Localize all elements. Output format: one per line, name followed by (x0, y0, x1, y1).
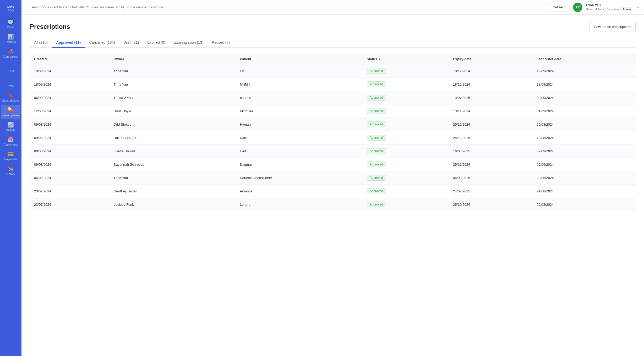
tab-all[interactable]: All (216) (30, 38, 52, 48)
sidebar-item-library[interactable]: 📚Library (1, 163, 20, 178)
avatar: TY (573, 3, 582, 12)
user-role-badge: Admin (621, 7, 632, 11)
col-status[interactable]: Status▼ (363, 54, 449, 64)
cell-expiry: 13/11/2024 (449, 104, 532, 118)
cell-created: 23/07/2024 (30, 185, 110, 198)
cell-expiry: 25/11/2024 (449, 118, 532, 131)
status-badge: Approved (367, 95, 386, 101)
how-to-button[interactable]: How to use prescriptions (590, 22, 636, 31)
table-row[interactable]: 23/07/2024Lucious FunkLenoreApproved25/1… (30, 198, 636, 211)
cell-expiry: 18/12/2024 (449, 78, 532, 91)
cell-patient: MiiiMiii (236, 78, 362, 91)
cell-last_order: 12/08/2024 (532, 131, 636, 144)
cell-last_order: 19/09/2024 (532, 64, 636, 78)
status-badge: Approved (367, 68, 386, 74)
sidebar-item-crm[interactable]: 🐾CRM (1, 61, 20, 75)
table-row[interactable]: 19/09/2024Trina YauFifiApproved18/12/202… (30, 64, 636, 78)
cell-expiry: 16/08/2025 (449, 144, 532, 158)
sidebar-item-campaigns[interactable]: 📣Campaigns (1, 46, 20, 61)
cell-created: 09/08/2024 (30, 158, 110, 171)
library-icon: 📚 (7, 166, 14, 171)
tab-approved[interactable]: Approved (11) (52, 38, 85, 48)
sidebar-item-reports[interactable]: 📊Reports (1, 31, 20, 46)
campaigns-icon: 📣 (7, 49, 14, 54)
cell-status: Approved (363, 144, 449, 158)
cell-created: 18/09/2024 (30, 78, 110, 91)
sidebar-item-chats[interactable]: 💬Chats (1, 17, 20, 31)
tab-paused[interactable]: Paused (0) (208, 38, 234, 48)
table-row[interactable]: 23/07/2024Geoffrey BartellAryannaApprove… (30, 185, 636, 198)
cell-created: 09/08/2024 (30, 144, 110, 158)
user-name: Trina Yau (586, 3, 632, 7)
col-last_order: Last order date (532, 54, 636, 64)
cell-status: Approved (363, 131, 449, 144)
col-created: Created (30, 54, 110, 64)
tab-cancelled[interactable]: Cancelled (184) (85, 38, 119, 48)
cell-created: 09/08/2024 (30, 131, 110, 144)
cell-status: Approved (363, 198, 449, 211)
table-row[interactable]: 09/08/2024Ddd StokesHymanApproved25/11/2… (30, 118, 636, 131)
table-row[interactable]: 18/09/2024Trina YauMiiiMiiiApproved18/12… (30, 78, 636, 91)
prescriptions-table: CreatedOwnerPatientStatus▼Expiry dateLas… (30, 54, 636, 211)
table-row[interactable]: 06/09/2024Trinaa 2 YaubaobaoApproved13/0… (30, 91, 636, 104)
cell-status: Approved (363, 171, 449, 185)
sidebar-item-label: Chats (7, 26, 15, 29)
sidebar-item-activity[interactable]: 📈Activity (1, 119, 20, 134)
subscriptions-icon: 🔖 (7, 93, 14, 98)
logo: petsapp (0, 0, 21, 17)
sidebar: petsapp 💬Chats📊Reports📣Campaigns🐾CRM🐾Pet… (0, 0, 21, 356)
cell-expiry: 25/11/2024 (449, 158, 532, 171)
cell-status: Approved (363, 118, 449, 131)
cell-patient: Aryanna (236, 185, 362, 198)
table-row[interactable]: 09/08/2024Dakota HoegerDallinApproved25/… (30, 131, 636, 144)
table-row[interactable]: 06/08/2024Trina YauDarlene OberbrunnerAp… (30, 171, 636, 185)
filter-icon[interactable]: ▼ (378, 58, 381, 61)
content-area: Prescriptions How to use prescriptions A… (21, 15, 644, 356)
cell-patient: Dagmar (236, 158, 362, 171)
status-badge: Approved (367, 188, 386, 194)
cell-expiry: 06/08/2025 (449, 171, 532, 185)
table-row[interactable]: 09/08/2024Lisette HowellEarlApproved16/0… (30, 144, 636, 158)
page-header: Prescriptions How to use prescriptions (30, 22, 636, 31)
table-row[interactable]: 09/08/2024Savannah SchroederDagmarApprov… (30, 158, 636, 171)
tab-expiring-soon[interactable]: Expiring soon (13) (170, 38, 208, 48)
page-title: Prescriptions (30, 23, 70, 30)
cell-created: 06/09/2024 (30, 91, 110, 104)
cell-owner: Trina Yau (110, 64, 236, 78)
tab-expired[interactable]: Expired (0) (143, 38, 169, 48)
sidebar-item-payments[interactable]: 💳Payments (1, 149, 20, 163)
cell-patient: Hyman (236, 118, 362, 131)
search-input[interactable] (27, 3, 545, 12)
sidebar-item-label: CRM (7, 70, 14, 73)
cell-created: 23/07/2024 (30, 198, 110, 211)
payments-icon: 💳 (7, 151, 14, 157)
cell-status: Approved (363, 64, 449, 78)
sidebar-item-subscriptions[interactable]: 🔖Subscriptions (1, 90, 20, 105)
cell-patient: Victoriaa (236, 104, 362, 118)
cell-status: Approved (363, 158, 449, 171)
tabs-container: All (216)Approved (11)Cancelled (184)Dra… (30, 38, 636, 48)
cell-last_order: 21/08/2024 (532, 185, 636, 198)
tab-draft[interactable]: Draft (21) (119, 38, 143, 48)
sidebar-item-label: Campaigns (3, 55, 18, 58)
sidebar-item-prescriptions[interactable]: 💊Prescriptions (1, 105, 20, 119)
sidebar-item-appointments[interactable]: 📅Appt'ments (1, 134, 20, 149)
get-help-button[interactable]: Get help (548, 3, 570, 12)
user-dropdown-icon[interactable]: ▾ (637, 5, 639, 9)
cell-status: Approved (363, 104, 449, 118)
sidebar-item-label: Activity (6, 128, 15, 131)
col-patient: Patient (236, 54, 362, 64)
cell-status: Approved (363, 78, 449, 91)
table-row[interactable]: 12/08/2024Doris DoyleVictoriaaApproved13… (30, 104, 636, 118)
cell-patient: baobao (236, 91, 362, 104)
sidebar-item-label: Appt'ments (4, 143, 18, 146)
user-clinic: Maze Hill Vets (Reception) (586, 8, 620, 11)
sidebar-item-label: Reports (6, 40, 16, 43)
cell-created: 06/08/2024 (30, 171, 110, 185)
sidebar-item-pets[interactable]: 🐾Pets (1, 75, 20, 90)
cell-owner: Ddd Stokes (110, 118, 236, 131)
reports-icon: 📊 (7, 34, 14, 39)
cell-owner: Lucious Funk (110, 198, 236, 211)
cell-expiry: 13/07/2025 (449, 91, 532, 104)
crm-icon: 🐾 (7, 63, 14, 69)
